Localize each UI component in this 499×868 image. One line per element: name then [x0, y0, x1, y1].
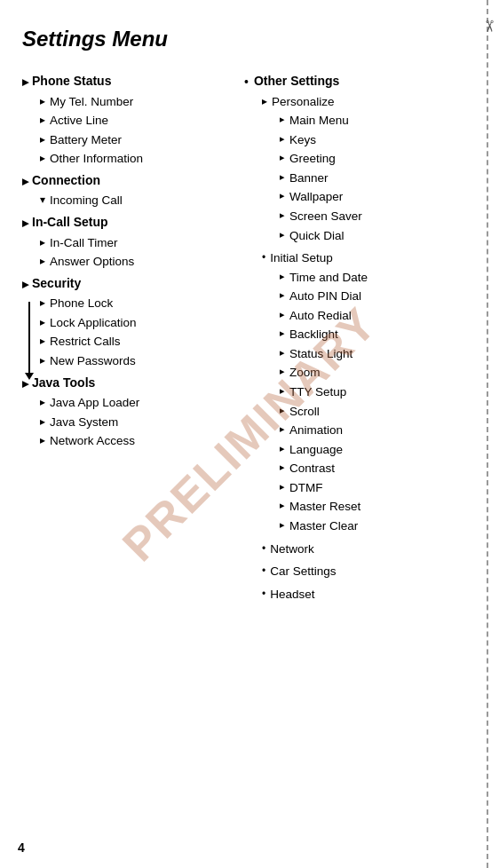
scissors-icon: ✂ [479, 20, 499, 33]
initial-setup-parent: • Initial Setup ▸ Time and Date ▸ Auto P… [244, 249, 481, 534]
connection-list: ▾ Incoming Call [22, 192, 235, 209]
phone-status-label: ▸ Phone Status [22, 74, 235, 91]
list-item: ▸ Time and Date [280, 269, 481, 287]
arrow-icon: ▸ [40, 93, 45, 110]
list-item: ▸ Quick Dial [280, 227, 481, 245]
arrow-icon: ▸ [280, 441, 285, 457]
personalize-label: ▸ Personalize [262, 93, 481, 111]
list-item: ▸ Backlight [280, 326, 481, 343]
vertical-arrow [25, 302, 34, 380]
arrow-icon: ▸ [40, 414, 45, 430]
list-item: ▸ Phone Lock [40, 295, 235, 312]
list-item: ▸ Status Light [280, 345, 481, 363]
bullet-phone-status: ▸ [22, 74, 28, 91]
headset-label: • Headset [262, 586, 481, 604]
bullet-icon: • [262, 249, 265, 266]
arrow-icon: ▸ [280, 460, 285, 476]
security-label: ▸ Security [22, 276, 235, 294]
section-personalize: ▸ Personalize ▸ Main Menu ▸ Keys [244, 93, 481, 245]
arrow-icon: ▸ [40, 131, 45, 148]
list-item: ▸ Zoom [280, 364, 481, 382]
list-item: ▸ DTMF [280, 479, 481, 497]
arrow-icon: ▸ [280, 208, 285, 224]
list-item: ▾ Incoming Call [40, 192, 235, 209]
left-column: ▸ Phone Status ▸ My Tel. Number ▸ Active… [22, 74, 235, 608]
list-item: ▸ Auto PIN Dial [280, 288, 481, 305]
list-item: ▸ Network Access [40, 432, 235, 450]
list-item: ▸ Main Menu [280, 112, 481, 130]
list-item: ▸ Restrict Calls [40, 333, 235, 351]
arrow-icon: ▸ [280, 345, 285, 361]
down-arrow-icon: ▾ [40, 192, 45, 209]
list-item: ▸ Contrast [280, 460, 481, 477]
network-label: • Network [262, 541, 481, 558]
connection-label: ▸ Connection [22, 173, 235, 191]
list-item: ▸ Battery Meter [40, 131, 235, 149]
list-item: ▸ Java System [40, 414, 235, 431]
arrow-icon: ▸ [280, 112, 285, 128]
section-car-settings: • Car Settings [244, 563, 481, 580]
arrow-icon: ▸ [280, 517, 285, 533]
arrow-icon: ▸ [280, 170, 285, 185]
page-number: 4 [18, 840, 25, 855]
arrow-icon: ▸ [40, 150, 45, 167]
arrow-icon: ▸ [40, 253, 45, 270]
list-item: ▸ Other Information [40, 150, 235, 168]
arrow-icon: ▸ [40, 352, 45, 369]
list-item: ▸ Scroll [280, 403, 481, 421]
bullet-incall: ▸ [22, 215, 28, 233]
car-settings-label: • Car Settings [262, 563, 481, 580]
list-item: ▸ Wallpaper [280, 188, 481, 206]
bullet-icon: • [262, 541, 265, 557]
dashed-border [487, 0, 488, 868]
list-item: ▸ Screen Saver [280, 208, 481, 225]
content-area: ▸ Phone Status ▸ My Tel. Number ▸ Active… [18, 74, 481, 608]
arrow-icon: ▸ [280, 422, 285, 438]
arrow-icon: ▸ [280, 188, 285, 204]
page-title: Settings Menu [22, 27, 481, 51]
section-headset: • Headset [244, 586, 481, 604]
car-settings-parent: • Car Settings [244, 563, 481, 580]
arrow-icon: ▸ [280, 227, 285, 243]
section-security: ▸ Security ▸ Phone Lock ▸ Lock Applicati… [22, 276, 235, 370]
section-network: • Network [244, 541, 481, 558]
arrow-icon: ▸ [280, 364, 285, 380]
list-item: ▸ Master Reset [280, 498, 481, 516]
arrow-icon: ▸ [280, 131, 285, 147]
incall-list: ▸ In-Call Timer ▸ Answer Options [22, 234, 235, 271]
list-item: ▸ Auto Redial [280, 307, 481, 325]
list-item: ▸ Animation [280, 422, 481, 439]
arrow-icon: ▸ [40, 112, 45, 129]
arrow-icon: ▸ [280, 288, 285, 304]
headset-parent: • Headset [244, 586, 481, 604]
other-settings-label: • Other Settings [244, 74, 481, 91]
arrow-icon: ▸ [40, 432, 45, 449]
bullet-other-settings: • [244, 74, 249, 91]
list-item: ▸ New Passwords [40, 352, 235, 370]
section-java-tools: ▸ Java Tools ▸ Java App Loader ▸ Java Sy… [22, 375, 235, 450]
section-initial-setup: • Initial Setup ▸ Time and Date ▸ Auto P… [244, 249, 481, 534]
bullet-connection: ▸ [22, 173, 28, 191]
arrow-icon: ▸ [40, 234, 45, 251]
list-item: ▸ Java App Loader [40, 394, 235, 412]
network-parent: • Network [244, 541, 481, 558]
list-item: ▸ Answer Options [40, 253, 235, 271]
arrow-icon: ▸ [280, 383, 285, 399]
page-container: ✂ PRELIMINARY Settings Menu ▸ Phone Stat… [0, 0, 499, 868]
phone-status-list: ▸ My Tel. Number ▸ Active Line ▸ Battery… [22, 93, 235, 168]
initial-setup-label: • Initial Setup [262, 249, 481, 267]
security-list: ▸ Phone Lock ▸ Lock Application ▸ Restri… [22, 295, 235, 369]
arrow-icon: ▸ [40, 394, 45, 411]
right-column: • Other Settings ▸ Personalize ▸ Main Me… [244, 74, 481, 608]
section-phone-status: ▸ Phone Status ▸ My Tel. Number ▸ Active… [22, 74, 235, 168]
personalize-list: ▸ Main Menu ▸ Keys ▸ Greeting ▸ [262, 112, 481, 244]
list-item: ▸ Banner [280, 170, 481, 187]
list-item: ▸ Keys [280, 131, 481, 149]
section-connection: ▸ Connection ▾ Incoming Call [22, 173, 235, 209]
bullet-icon: • [262, 563, 265, 580]
arrow-icon: ▸ [280, 403, 285, 419]
list-item: ▸ In-Call Timer [40, 234, 235, 252]
list-item: ▸ Greeting [280, 150, 481, 168]
bullet-icon: • [262, 586, 265, 603]
list-item: ▸ My Tel. Number [40, 93, 235, 111]
